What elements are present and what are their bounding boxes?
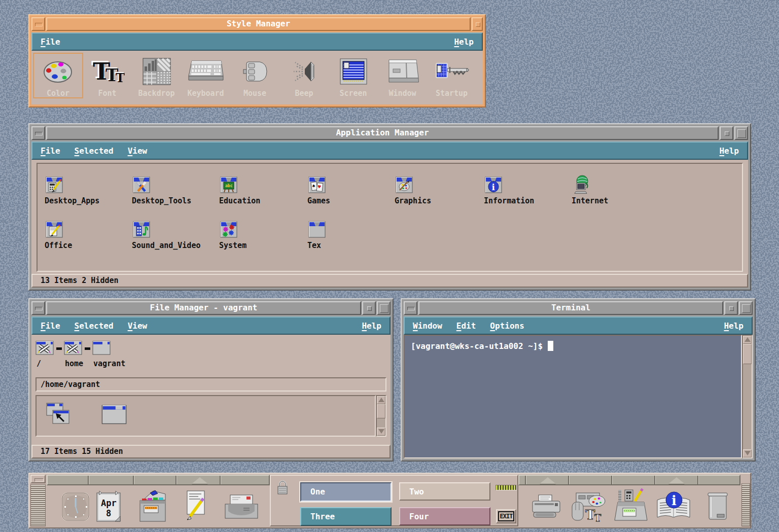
menu-view[interactable]: View bbox=[128, 146, 148, 156]
style-item-beep[interactable]: Beep bbox=[279, 53, 329, 98]
notepad-icon[interactable] bbox=[181, 488, 214, 525]
app-folder-sound-and-video[interactable]: Sound_and_Video bbox=[132, 220, 219, 250]
menu-help[interactable]: Help bbox=[719, 146, 739, 156]
maximize-icon bbox=[742, 304, 751, 313]
style-item-keyboard[interactable]: Keyboard bbox=[181, 53, 230, 98]
style-item-color[interactable]: Color bbox=[33, 53, 83, 98]
minimize-button[interactable] bbox=[362, 301, 376, 315]
scrollbar-thumb[interactable] bbox=[377, 404, 385, 418]
subpanel-arrow-apps[interactable] bbox=[192, 477, 208, 484]
terminal-titlebar[interactable]: Terminal bbox=[404, 301, 753, 315]
window-title: File Manager - vagrant bbox=[46, 301, 361, 315]
panel-left-handle[interactable] bbox=[30, 484, 46, 526]
workspace-three-button[interactable]: Three bbox=[300, 507, 392, 526]
lock-icon[interactable] bbox=[276, 480, 289, 498]
applications-drawer-icon[interactable] bbox=[613, 487, 648, 525]
internet-icon bbox=[572, 175, 592, 194]
mail-icon[interactable] bbox=[223, 492, 260, 523]
style-item-backdrop[interactable]: Backdrop bbox=[132, 53, 181, 98]
app-folder-graphics[interactable]: Graphics bbox=[395, 175, 482, 205]
folder-item[interactable] bbox=[101, 403, 127, 427]
panel-right-handle[interactable] bbox=[741, 483, 750, 526]
go-up-folder[interactable] bbox=[46, 402, 73, 433]
app-folder-office[interactable]: Office bbox=[45, 220, 132, 250]
clock-icon[interactable] bbox=[60, 491, 91, 524]
window-menu-button[interactable] bbox=[31, 126, 45, 140]
menu-help[interactable]: Help bbox=[454, 37, 474, 47]
app-folder-information[interactable]: i Information bbox=[484, 175, 571, 205]
file-cabinet-icon[interactable] bbox=[136, 488, 169, 525]
minimize-button[interactable] bbox=[720, 126, 733, 140]
window-menu-button[interactable] bbox=[31, 17, 45, 31]
terminal-prompt: [vagrant@wks-ca-ut1a002 ~]$ bbox=[411, 341, 543, 351]
maximize-button[interactable] bbox=[377, 301, 391, 315]
menu-help[interactable]: Help bbox=[362, 321, 381, 331]
style-manager-window: Style Manager File Help bbox=[28, 14, 486, 108]
style-item-window[interactable]: Window bbox=[378, 53, 427, 98]
file-area-scrollbar[interactable] bbox=[376, 395, 386, 437]
style-manager-panel-icon[interactable]: T T bbox=[571, 489, 607, 525]
desktop-tools-icon bbox=[132, 175, 151, 194]
help-book-icon[interactable]: i bbox=[654, 489, 694, 524]
menu-file[interactable]: File bbox=[41, 37, 60, 47]
scroll-down-button[interactable] bbox=[377, 428, 385, 436]
menu-file[interactable]: File bbox=[41, 321, 60, 331]
panel-menu-button[interactable] bbox=[30, 475, 46, 483]
scrollbar-thumb[interactable] bbox=[743, 344, 752, 364]
exit-button[interactable]: EXIT bbox=[496, 509, 516, 523]
style-item-screen[interactable]: Screen bbox=[329, 53, 378, 98]
file-area bbox=[36, 395, 376, 437]
scroll-down-button[interactable] bbox=[743, 449, 752, 457]
menu-edit[interactable]: Edit bbox=[456, 321, 476, 331]
terminal-screen[interactable]: [vagrant@wks-ca-ut1a002 ~]$ bbox=[404, 335, 742, 458]
style-item-startup[interactable]: Startup bbox=[427, 53, 476, 98]
app-folder-tex[interactable]: Tex bbox=[307, 220, 395, 250]
path-folder-root[interactable]: / bbox=[36, 340, 54, 368]
menu-window[interactable]: Window bbox=[413, 321, 442, 331]
maximize-icon bbox=[380, 304, 388, 313]
menu-selected[interactable]: Selected bbox=[75, 321, 114, 331]
scroll-up-button[interactable] bbox=[377, 396, 385, 404]
file-manager-titlebar[interactable]: File Manager - vagrant bbox=[31, 301, 391, 315]
trash-icon[interactable] bbox=[704, 490, 730, 524]
subpanel-arrow-help[interactable] bbox=[668, 477, 685, 484]
app-folder-education[interactable]: abc Education bbox=[219, 175, 306, 205]
scroll-up-button[interactable] bbox=[743, 336, 752, 344]
minimize-button[interactable] bbox=[724, 301, 738, 315]
menu-options[interactable]: Options bbox=[490, 321, 524, 331]
menu-help[interactable]: Help bbox=[724, 321, 743, 331]
menu-view[interactable]: View bbox=[128, 321, 148, 331]
color-palette-icon bbox=[33, 56, 83, 87]
application-manager-titlebar[interactable]: Application Manager bbox=[31, 126, 748, 140]
window-menu-button[interactable] bbox=[404, 301, 417, 315]
menu-selected[interactable]: Selected bbox=[75, 146, 114, 156]
app-folder-system[interactable]: System bbox=[219, 220, 306, 250]
games-icon: ♠ ♥ bbox=[307, 175, 327, 194]
path-folder-home[interactable]: home bbox=[64, 340, 83, 368]
style-item-font[interactable]: T T T T T T Font bbox=[83, 53, 132, 98]
folder-icon bbox=[36, 340, 54, 356]
window-menu-button[interactable] bbox=[31, 301, 45, 315]
style-item-mouse[interactable]: Mouse bbox=[230, 53, 279, 98]
application-manager-file-area: Desktop_Apps Desktop_Tools abc bbox=[37, 163, 743, 272]
maximize-button[interactable] bbox=[734, 126, 748, 140]
maximize-button[interactable] bbox=[739, 301, 753, 315]
file-manager-address-field[interactable]: /home/vagrant bbox=[36, 377, 386, 392]
minimize-button[interactable] bbox=[472, 17, 483, 31]
window-menu-icon bbox=[35, 132, 43, 135]
terminal-scrollbar[interactable] bbox=[742, 335, 753, 458]
workspace-four-button[interactable]: Four bbox=[399, 507, 490, 525]
printer-icon[interactable] bbox=[529, 493, 563, 523]
app-folder-internet[interactable]: Internet bbox=[572, 175, 659, 205]
app-folder-desktop-apps[interactable]: Desktop_Apps bbox=[45, 175, 132, 205]
menu-file[interactable]: File bbox=[41, 146, 60, 156]
app-folder-games[interactable]: ♠ ♥ Games bbox=[307, 175, 395, 205]
workspace-one-button[interactable]: One bbox=[300, 482, 392, 502]
calendar-icon[interactable]: Apr 8 bbox=[94, 489, 123, 525]
workspace-two-button[interactable]: Two bbox=[399, 482, 490, 501]
subpanel-arrow-printers[interactable] bbox=[540, 477, 556, 484]
path-folder-vagrant[interactable]: vagrant bbox=[92, 340, 125, 368]
app-folder-desktop-tools[interactable]: Desktop_Tools bbox=[132, 175, 219, 205]
subpanel-strip-left bbox=[47, 475, 270, 485]
style-manager-titlebar[interactable]: Style Manager bbox=[31, 17, 483, 31]
